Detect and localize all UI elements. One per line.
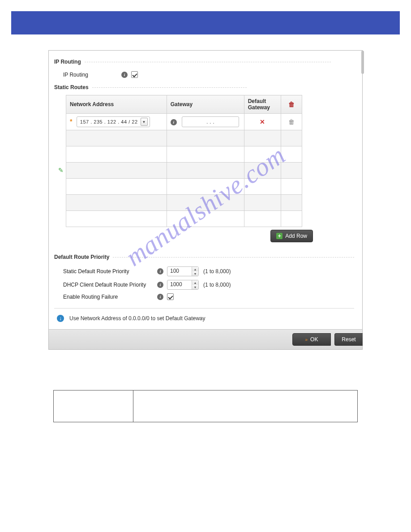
dhcp-priority-label: DHCP Client Default Route Priority — [63, 282, 157, 288]
col-gateway: Gateway — [167, 95, 244, 114]
static-priority-value: 100 — [167, 267, 192, 276]
section-title-ip-routing: IP Routing — [54, 59, 85, 65]
edit-icon[interactable]: ✎ — [58, 167, 64, 174]
section-rule — [85, 62, 331, 62]
col-default-gateway: Default Gateway — [244, 95, 281, 114]
stepper-up-icon[interactable]: ▲ — [192, 280, 198, 285]
trash-icon[interactable]: 🗑 — [288, 101, 295, 108]
table-row — [66, 211, 302, 227]
enable-routing-failure-label: Enable Routing Failure — [63, 294, 157, 300]
section-rule — [92, 87, 247, 88]
table-row — [66, 163, 302, 179]
add-row-button[interactable]: + Add Row — [270, 230, 313, 242]
col-delete: 🗑 — [281, 95, 302, 114]
info-icon[interactable]: i — [157, 282, 163, 288]
delete-row-icon[interactable]: 🗑 — [288, 118, 295, 125]
divider — [54, 308, 354, 309]
section-default-route-priority: Default Route Priority Static Default Ro… — [54, 254, 354, 302]
plus-icon: + — [276, 233, 283, 239]
gateway-value: . . . — [205, 119, 216, 124]
table-row — [66, 195, 302, 211]
dialog-button-bar: » OK Reset — [49, 329, 362, 349]
stepper-down-icon[interactable]: ▼ — [192, 285, 198, 289]
ip-routing-label: IP Routing — [63, 72, 121, 78]
config-panel: manualshive.com IP Routing IP Routing i … — [48, 50, 363, 350]
network-address-value: 157 . 235 . 122 . 44 / 22 — [79, 119, 139, 124]
empty-lower-table — [53, 390, 358, 422]
reset-label: Reset — [342, 336, 355, 343]
section-ip-routing: IP Routing IP Routing i — [54, 59, 354, 80]
table-row — [66, 130, 302, 146]
page-header-bar — [11, 11, 400, 34]
scrollbar-thumb[interactable] — [361, 51, 364, 74]
add-row-label: Add Row — [285, 233, 307, 239]
section-title-default-route-priority: Default Route Priority — [54, 254, 113, 260]
info-icon[interactable]: i — [157, 268, 163, 275]
footnote-text: Use Network Address of 0.0.0.0/0 to set … — [69, 315, 206, 322]
enable-routing-failure-checkbox[interactable] — [167, 293, 174, 300]
default-gateway-x-icon[interactable]: ✕ — [260, 118, 265, 125]
footnote: ↓ Use Network Address of 0.0.0.0/0 to se… — [54, 313, 354, 326]
cell — [133, 390, 358, 422]
section-title-static-routes: Static Routes — [54, 84, 92, 90]
section-rule — [113, 257, 354, 257]
chevron-right-icon: » — [305, 337, 308, 342]
table-row — [66, 179, 302, 195]
info-icon[interactable]: i — [171, 119, 177, 125]
ok-label: OK — [310, 336, 318, 343]
table-row — [54, 390, 358, 422]
ip-routing-checkbox[interactable] — [131, 71, 138, 78]
static-priority-label: Static Default Route Priority — [63, 268, 157, 275]
stepper-up-icon[interactable]: ▲ — [192, 267, 198, 271]
reset-button[interactable]: Reset — [334, 333, 363, 346]
static-routes-table: Network Address Gateway Default Gateway … — [66, 95, 302, 227]
info-icon[interactable]: i — [157, 294, 163, 300]
gateway-input[interactable]: . . . — [182, 116, 239, 127]
static-priority-input[interactable]: 100 ▲▼ — [167, 266, 199, 276]
dhcp-priority-value: 1000 — [167, 280, 192, 289]
range-hint: (1 to 8,000) — [203, 282, 231, 288]
required-icon: * — [70, 118, 72, 125]
info-icon[interactable]: i — [121, 72, 128, 78]
stepper-down-icon[interactable]: ▼ — [192, 271, 198, 276]
ok-button[interactable]: » OK — [292, 333, 331, 346]
cell — [54, 390, 133, 422]
cidr-dropdown-icon[interactable]: ▼ — [141, 118, 148, 126]
info-down-icon: ↓ — [57, 315, 64, 322]
dhcp-priority-input[interactable]: 1000 ▲▼ — [167, 280, 199, 290]
col-network-address: Network Address — [66, 95, 167, 114]
table-row: * 157 . 235 . 122 . 44 / 22 ▼ i . . — [66, 114, 302, 130]
network-address-input[interactable]: 157 . 235 . 122 . 44 / 22 ▼ — [77, 116, 150, 127]
section-static-routes: Static Routes ✎ Network Address Gateway … — [54, 84, 354, 242]
range-hint: (1 to 8,000) — [203, 268, 231, 275]
table-header-row: Network Address Gateway Default Gateway … — [66, 95, 302, 114]
table-row — [66, 146, 302, 163]
